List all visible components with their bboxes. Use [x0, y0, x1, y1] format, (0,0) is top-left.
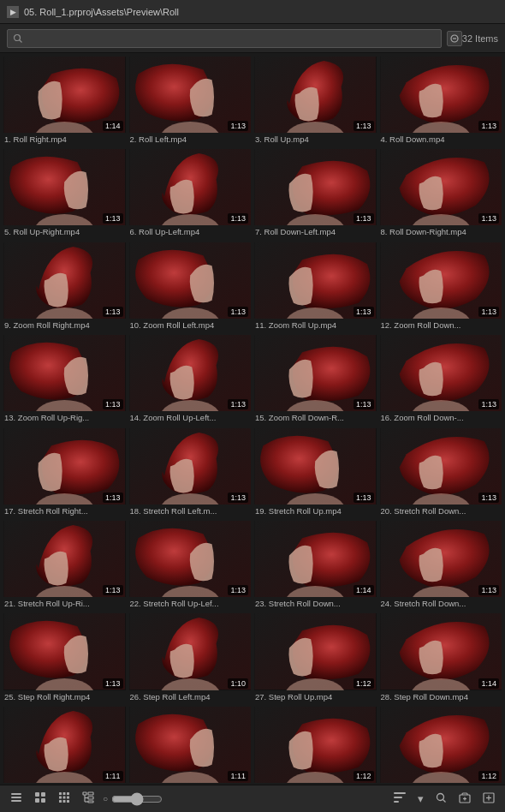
grid-item[interactable]: 1:136. Roll Up-Left.mp4 — [129, 149, 252, 238]
grid-item[interactable]: 1:1317. Stretch Roll Right... — [3, 428, 126, 517]
svg-rect-81 — [59, 800, 62, 803]
grid-item[interactable]: 1:1325. Step Roll Right.mp4 — [3, 613, 126, 702]
new-bin-button[interactable] — [455, 791, 474, 808]
duration-badge: 1:13 — [103, 307, 123, 317]
duration-badge: 1:13 — [478, 121, 499, 131]
sort-button[interactable] — [390, 791, 409, 807]
tree-view-button[interactable] — [79, 790, 98, 808]
search-input[interactable] — [27, 33, 436, 44]
list-view-button[interactable] — [7, 790, 26, 808]
grid-item[interactable]: 1:1319. Stretch Roll Up.mp4 — [254, 428, 377, 517]
svg-line-1 — [20, 39, 22, 42]
item-label: 9. Zoom Roll Right.mp4 — [3, 319, 126, 331]
icon-view-button[interactable] — [31, 790, 50, 808]
bottom-toolbar: ○ ▾ — [0, 785, 505, 812]
item-label: 26. Step Roll Left.mp4 — [129, 690, 252, 703]
grid-item[interactable]: 1:139. Zoom Roll Right.mp4 — [3, 242, 126, 331]
duration-badge: 1:14 — [103, 121, 123, 131]
zoom-slider[interactable] — [111, 792, 163, 806]
app-icon: ▶ — [7, 6, 19, 18]
duration-badge: 1:10 — [228, 678, 248, 689]
thumbnail-wrap: 1:14 — [254, 521, 377, 597]
grid-item[interactable]: 1:133. Roll Up.mp4 — [254, 57, 377, 146]
grid-item[interactable]: 1:1231. Step Roll Down-Le... — [254, 707, 377, 785]
thumbnail-wrap: 1:13 — [380, 335, 502, 411]
thumbnail-wrap: 1:14 — [380, 613, 502, 690]
item-label: 13. Zoom Roll Up-Rig... — [3, 411, 126, 424]
grid-item[interactable]: 1:1322. Stretch Roll Up-Lef... — [129, 521, 252, 610]
zoom-min-icon: ○ — [103, 794, 108, 803]
thumbnail-wrap: 1:13 — [129, 242, 252, 319]
item-label: 20. Stretch Roll Down... — [380, 505, 502, 517]
grid-item[interactable]: 1:1232. Step Roll Down-Ri... — [380, 707, 502, 785]
grid-view-button[interactable] — [55, 790, 74, 808]
item-label: 27. Step Roll Up.mp4 — [254, 690, 377, 703]
svg-point-94 — [437, 793, 444, 800]
thumbnail-wrap: 1:13 — [380, 57, 502, 133]
item-label: 24. Stretch Roll Down... — [380, 597, 502, 610]
search-bottom-button[interactable] — [432, 791, 450, 808]
item-label: 22. Stretch Roll Up-Lef... — [129, 597, 252, 610]
svg-rect-77 — [67, 792, 69, 795]
search-icon — [13, 33, 23, 44]
grid-item[interactable]: 1:1311. Zoom Roll Up.mp4 — [254, 242, 377, 331]
search-bar: 32 Items — [0, 24, 505, 53]
item-label: 11. Zoom Roll Up.mp4 — [254, 319, 377, 331]
item-label: 4. Roll Down.mp4 — [380, 133, 502, 146]
item-label: 8. Roll Down-Right.mp4 — [380, 225, 502, 238]
duration-badge: 1:12 — [354, 678, 374, 689]
item-label: 17. Stretch Roll Right... — [3, 505, 126, 517]
grid-item[interactable]: 1:1423. Stretch Roll Down... — [254, 521, 377, 610]
grid-item[interactable]: 1:1321. Stretch Roll Up-Ri... — [3, 521, 126, 610]
item-label: 31. Step Roll Down-Le... — [254, 783, 377, 785]
duration-badge: 1:13 — [354, 493, 374, 503]
thumbnail-wrap: 1:13 — [3, 149, 126, 225]
duration-badge: 1:13 — [103, 213, 123, 224]
item-count: 32 Items — [462, 33, 498, 44]
thumbnail-wrap: 1:13 — [380, 428, 502, 505]
duration-badge: 1:13 — [354, 307, 374, 317]
grid-item[interactable]: 1:1324. Stretch Roll Down... — [380, 521, 502, 610]
filter-icon[interactable] — [447, 31, 462, 46]
item-label: 28. Step Roll Down.mp4 — [380, 690, 502, 703]
grid-item[interactable]: 1:1318. Stretch Roll Left.m... — [129, 428, 252, 517]
sort-order-button[interactable]: ▾ — [414, 791, 427, 807]
grid-item[interactable]: 1:1026. Step Roll Left.mp4 — [129, 613, 252, 702]
thumbnail-wrap: 1:13 — [129, 521, 252, 597]
search-input-wrap[interactable] — [7, 29, 442, 48]
grid-item[interactable]: 1:134. Roll Down.mp4 — [380, 57, 502, 146]
bottom-right-controls: ▾ — [390, 791, 498, 808]
grid-item[interactable]: 1:1310. Zoom Roll Left.mp4 — [129, 242, 252, 331]
grid-item[interactable]: 1:1129. Step Roll Up-Right... — [3, 707, 126, 785]
duration-badge: 1:13 — [103, 678, 123, 689]
grid-item[interactable]: 1:132. Roll Left.mp4 — [129, 57, 252, 146]
duration-badge: 1:13 — [103, 399, 123, 409]
zoom-slider-wrap: ○ — [103, 792, 163, 806]
grid-item[interactable]: 1:1428. Step Roll Down.mp4 — [380, 613, 502, 702]
thumbnail-wrap: 1:13 — [3, 613, 126, 690]
grid-item[interactable]: 1:141. Roll Right.mp4 — [3, 57, 126, 146]
grid-item[interactable]: 1:135. Roll Up-Right.mp4 — [3, 149, 126, 238]
duration-badge: 1:11 — [103, 771, 123, 781]
thumbnail-wrap: 1:13 — [3, 521, 126, 597]
grid-item[interactable]: 1:1313. Zoom Roll Up-Rig... — [3, 335, 126, 424]
svg-rect-70 — [11, 800, 21, 802]
thumbnail-wrap: 1:13 — [380, 521, 502, 597]
svg-rect-84 — [83, 792, 86, 795]
grid-item[interactable]: 1:1316. Zoom Roll Down-... — [380, 335, 502, 424]
grid-item[interactable]: 1:138. Roll Down-Right.mp4 — [380, 149, 502, 238]
duration-badge: 1:13 — [228, 493, 248, 503]
grid-item[interactable]: 1:1320. Stretch Roll Down... — [380, 428, 502, 517]
grid-item[interactable]: 1:1314. Zoom Roll Up-Left... — [129, 335, 252, 424]
window-title: 05. Roll_1.prproj\Assets\Preview\Roll — [24, 7, 179, 17]
grid-item[interactable]: 1:137. Roll Down-Left.mp4 — [254, 149, 377, 238]
grid-item[interactable]: 1:1227. Step Roll Up.mp4 — [254, 613, 377, 702]
grid-item[interactable]: 1:1312. Zoom Roll Down... — [380, 242, 502, 331]
duration-badge: 1:12 — [354, 771, 374, 781]
grid-item[interactable]: 1:1130. Step Roll Up-Left... — [129, 707, 252, 785]
grid-item[interactable]: 1:1315. Zoom Roll Down-R... — [254, 335, 377, 424]
new-item-button[interactable] — [479, 791, 498, 808]
media-grid: 1:141. Roll Right.mp41:132. Roll Left.mp… — [0, 53, 505, 785]
thumbnail-wrap: 1:14 — [3, 57, 126, 133]
item-label: 15. Zoom Roll Down-R... — [254, 411, 377, 424]
